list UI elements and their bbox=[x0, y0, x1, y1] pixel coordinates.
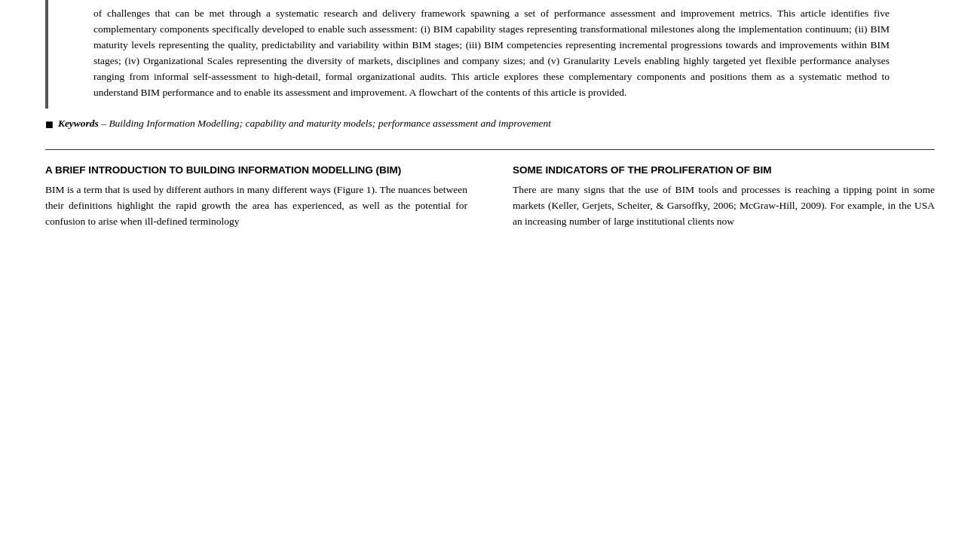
abstract-section: of challenges that can be met through a … bbox=[45, 0, 935, 109]
left-column-body: BIM is a term that is used by different … bbox=[45, 182, 467, 230]
left-column-heading: A BRIEF INTRODUCTION TO BUILDING INFORMA… bbox=[45, 164, 467, 178]
right-column-body: There are many signs that the use of BIM… bbox=[513, 182, 935, 230]
right-column: SOME INDICATORS OF THE PROLIFERATION OF … bbox=[490, 164, 935, 551]
abstract-text: of challenges that can be met through a … bbox=[93, 8, 890, 98]
keywords-label: Keywords bbox=[58, 118, 99, 129]
keywords-text: Keywords – Building Information Modellin… bbox=[58, 116, 551, 131]
keywords-content: – Building Information Modelling; capabi… bbox=[99, 118, 551, 129]
two-column-section: A BRIEF INTRODUCTION TO BUILDING INFORMA… bbox=[0, 164, 980, 551]
section-divider bbox=[45, 149, 935, 150]
right-column-heading: SOME INDICATORS OF THE PROLIFERATION OF … bbox=[513, 164, 935, 178]
page-container: of challenges that can be met through a … bbox=[0, 0, 980, 551]
keywords-section: ■ Keywords – Building Information Modell… bbox=[0, 109, 980, 141]
left-column: A BRIEF INTRODUCTION TO BUILDING INFORMA… bbox=[45, 164, 490, 551]
keywords-bullet-icon: ■ bbox=[45, 117, 54, 133]
